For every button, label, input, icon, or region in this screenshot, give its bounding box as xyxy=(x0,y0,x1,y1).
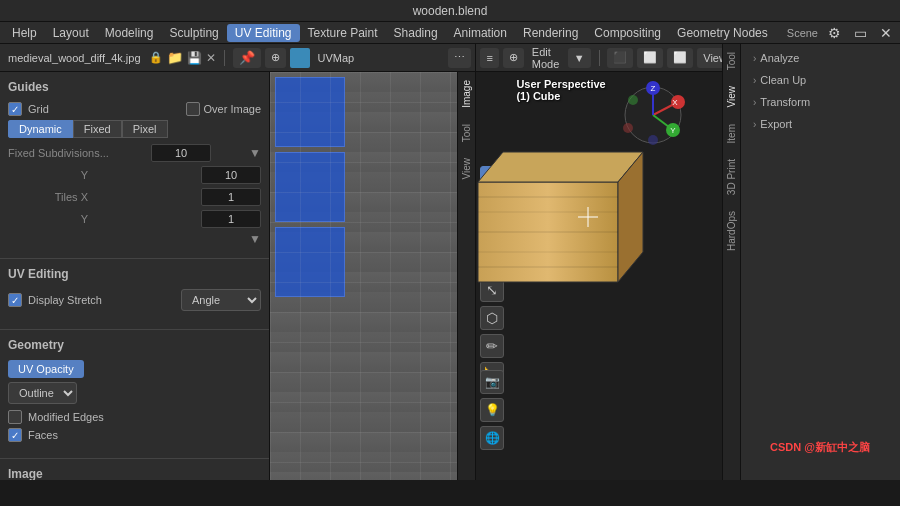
sidebar-tab-view[interactable]: View xyxy=(724,78,739,116)
menu-geometry-nodes[interactable]: Geometry Nodes xyxy=(669,24,776,42)
menu-bar: Help Layout Modeling Sculpting UV Editin… xyxy=(0,22,900,44)
perspective-label: User Perspective (1) Cube xyxy=(516,78,605,102)
modified-edges-checkbox[interactable] xyxy=(8,410,22,424)
tiles-y-input[interactable] xyxy=(201,210,261,228)
window-icon[interactable]: ▭ xyxy=(850,23,870,43)
faces-checkbox[interactable]: ✓ xyxy=(8,428,22,442)
over-image-label: Over Image xyxy=(204,103,261,115)
viewport-menu[interactable]: ≡ xyxy=(480,48,498,68)
cleanup-section[interactable]: › Clean Up xyxy=(745,72,896,90)
y-label-1: Y xyxy=(8,169,88,181)
dropdown-icon[interactable]: ▼ xyxy=(249,146,261,160)
fixed-subdivisions-label: Fixed Subdivisions... xyxy=(8,147,109,159)
sidebar-tab-3dprint[interactable]: 3D Print xyxy=(724,151,739,203)
tiles-x-input[interactable] xyxy=(201,188,261,206)
uv-opacity-button[interactable]: UV Opacity xyxy=(8,360,84,378)
display-stretch-checkbox[interactable]: ✓ xyxy=(8,293,22,307)
outline-select[interactable]: Outline None xyxy=(8,382,77,404)
menu-rendering[interactable]: Rendering xyxy=(515,24,586,42)
face-select[interactable]: ⬜ xyxy=(667,48,693,68)
menu-layout[interactable]: Layout xyxy=(45,24,97,42)
tab-tool[interactable]: Tool xyxy=(459,116,474,150)
n-panel-content: › Analyze › Clean Up › Transform › Expor… xyxy=(741,72,900,138)
uv-content: Guides ✓ Grid Over Image Dynamic Fixed P… xyxy=(0,72,475,480)
render-icon[interactable]: 🌐 xyxy=(480,426,504,450)
uv-editor: medieval_wood_diff_4k.jpg 🔒 📁 💾 ✕ 📌 ⊕ UV… xyxy=(0,44,476,480)
modified-edges-label: Modified Edges xyxy=(28,411,104,423)
annotate-tool[interactable]: ✏ xyxy=(480,334,504,358)
menu-sculpting[interactable]: Sculpting xyxy=(161,24,226,42)
uv-toolbar: medieval_wood_diff_4k.jpg 🔒 📁 💾 ✕ 📌 ⊕ UV… xyxy=(0,44,475,72)
scene-label: Scene xyxy=(787,27,818,39)
uv-editing-header: UV Editing xyxy=(0,263,269,285)
close-icon[interactable]: ✕ xyxy=(876,23,896,43)
tiles-y-label: Y xyxy=(8,213,88,225)
uv-right-tabs: Image Tool View xyxy=(457,72,475,480)
menu-texture-paint[interactable]: Texture Paint xyxy=(300,24,386,42)
settings-icon[interactable]: ⚙ xyxy=(824,23,844,43)
title-text: wooden.blend xyxy=(413,4,488,18)
viewport-area: ≡ ⊕ Edit Mode ▼ ⬛ ⬜ ⬜ View Select Add Me… xyxy=(476,44,900,480)
main-layout: medieval_wood_diff_4k.jpg 🔒 📁 💾 ✕ 📌 ⊕ UV… xyxy=(0,44,900,480)
menu-help[interactable]: Help xyxy=(4,24,45,42)
tab-image[interactable]: Image xyxy=(459,72,474,116)
grid-checkbox[interactable]: ✓ xyxy=(8,102,22,116)
save-icon[interactable]: 💾 xyxy=(187,51,202,65)
viewport-side-tabs: Tool View Item 3D Print HardOps xyxy=(722,72,740,480)
grid-label: Grid xyxy=(28,103,49,115)
pin-button[interactable]: 📌 xyxy=(233,48,261,68)
uv-image-area[interactable] xyxy=(270,72,457,480)
expand-icon[interactable]: ▼ xyxy=(249,232,261,246)
object-mode-btn[interactable]: ⊕ xyxy=(503,48,524,68)
guides-header: Guides xyxy=(0,76,269,98)
n-panel: › Analyze › Clean Up › Transform › Expor… xyxy=(740,72,900,480)
sidebar-tab-item[interactable]: Item xyxy=(724,116,739,151)
color-swatch xyxy=(290,48,310,68)
watermark: CSDN @新缸中之脑 xyxy=(770,440,870,455)
svg-point-12 xyxy=(648,135,658,145)
menu-animation[interactable]: Animation xyxy=(446,24,515,42)
folder-icon[interactable]: 📁 xyxy=(167,50,183,65)
edit-mode-label: Edit Mode xyxy=(528,46,564,70)
svg-text:X: X xyxy=(672,98,678,107)
svg-text:Y: Y xyxy=(670,126,676,135)
view-options[interactable]: ⋯ xyxy=(448,48,471,68)
sidebar-tab-hardops[interactable]: HardOps xyxy=(724,203,739,259)
transform-label: Transform xyxy=(760,96,810,108)
image-header: Image xyxy=(0,463,269,480)
menu-compositing[interactable]: Compositing xyxy=(586,24,669,42)
fixed-subdivisions-input[interactable] xyxy=(151,144,211,162)
faces-label: Faces xyxy=(28,429,58,441)
vertex-select[interactable]: ⬛ xyxy=(607,48,633,68)
geometry-header: Geometry xyxy=(0,334,269,356)
menu-modeling[interactable]: Modeling xyxy=(97,24,162,42)
dynamic-tab[interactable]: Dynamic xyxy=(8,120,73,138)
transform-tool[interactable]: ⬡ xyxy=(480,306,504,330)
settings-panel: Guides ✓ Grid Over Image Dynamic Fixed P… xyxy=(0,72,270,480)
transform-chevron: › xyxy=(753,97,756,108)
title-bar: wooden.blend xyxy=(0,0,900,22)
pin2-button[interactable]: ⊕ xyxy=(265,48,286,68)
export-label: Export xyxy=(760,118,792,130)
menu-uv-editing[interactable]: UV Editing xyxy=(227,24,300,42)
y-input-1[interactable] xyxy=(201,166,261,184)
menu-shading[interactable]: Shading xyxy=(386,24,446,42)
over-image-checkbox[interactable] xyxy=(186,102,200,116)
transform-section[interactable]: › Transform xyxy=(745,92,896,112)
fixed-tab[interactable]: Fixed xyxy=(73,120,122,138)
edge-select[interactable]: ⬜ xyxy=(637,48,663,68)
export-chevron: › xyxy=(753,119,756,130)
close-file-icon[interactable]: ✕ xyxy=(206,51,216,65)
file-name: medieval_wood_diff_4k.jpg xyxy=(4,52,145,64)
camera-icon[interactable]: 📷 xyxy=(480,370,504,394)
light-icon[interactable]: 💡 xyxy=(480,398,504,422)
tab-view[interactable]: View xyxy=(459,150,474,188)
stretch-mode-select[interactable]: Angle Area xyxy=(181,289,261,311)
pixel-tab[interactable]: Pixel xyxy=(122,120,168,138)
edit-mode-dropdown[interactable]: ▼ xyxy=(568,48,591,68)
svg-point-11 xyxy=(628,95,638,105)
tiles-x-label: Tiles X xyxy=(8,191,88,203)
export-section[interactable]: › Export xyxy=(745,114,896,134)
uvmap-label: UVMap xyxy=(314,52,359,64)
lock-icon: 🔒 xyxy=(149,51,163,64)
